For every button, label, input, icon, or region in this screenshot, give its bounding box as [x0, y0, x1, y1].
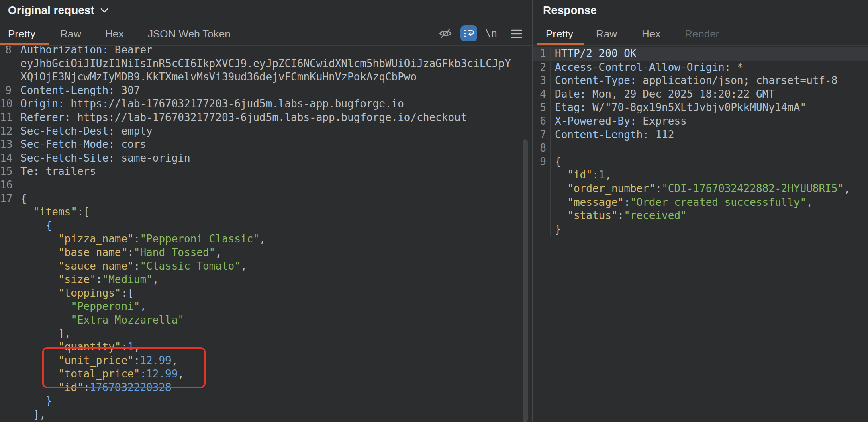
code-line: 9{: [533, 155, 868, 169]
code-line: 8: [533, 141, 868, 155]
code-line: "total_price":12.99,: [0, 367, 532, 381]
line-number: 5: [533, 101, 551, 115]
code-text: HTTP/2 200 OK: [551, 47, 637, 61]
code-line: "sauce_name":"Classic Tomato",: [0, 260, 532, 273]
code-line: }: [533, 223, 868, 236]
response-title-label: Response: [543, 4, 597, 17]
code-line: "size":"Medium",: [0, 273, 532, 287]
line-number: 2: [533, 61, 551, 74]
code-line: 17{: [0, 192, 532, 206]
line-number: [0, 300, 14, 313]
code-line: "base_name":"Hand Tossed",: [0, 246, 532, 260]
code-text: X-Powered-By: Express: [551, 115, 687, 128]
code-line: ],: [0, 327, 532, 340]
code-text: "Pepperoni",: [14, 300, 146, 313]
code-text: Referer: https://lab-1767032177203-6jud5…: [14, 111, 467, 125]
line-number: [0, 246, 14, 260]
code-text: "id":1,: [551, 168, 611, 182]
request-title-dropdown[interactable]: Original request: [8, 4, 109, 17]
menu-icon[interactable]: [511, 29, 522, 39]
code-line: 14Sec-Fetch-Site: same-origin: [0, 152, 532, 165]
line-number: 15: [0, 165, 14, 178]
line-number: 16: [0, 178, 14, 192]
code-line: "Pepperoni",: [0, 300, 532, 313]
code-line: 12Sec-Fetch-Dest: empty: [0, 125, 532, 138]
line-number: [0, 394, 14, 408]
code-text: "base_name":"Hand Tossed",: [14, 246, 222, 260]
code-text: "order_number":"CDI-1767032422882-2HYUU8…: [551, 182, 850, 196]
tab-pretty[interactable]: Pretty: [8, 28, 35, 40]
line-number: 6: [533, 115, 551, 128]
request-editor: 8Authorization: BearereyJhbGciOiJIUzI1Ni…: [0, 46, 532, 422]
tab-hex-response[interactable]: Hex: [642, 28, 660, 40]
line-number: [0, 287, 14, 300]
word-wrap-toggle-button[interactable]: [460, 25, 477, 41]
code-line: 1HTTP/2 200 OK: [533, 47, 868, 61]
code-line: 2Access-Control-Allow-Origin: *: [533, 61, 868, 74]
code-line: 4Date: Mon, 29 Dec 2025 18:20:22 GMT: [533, 88, 868, 101]
code-text: "sauce_name":"Classic Tomato",: [14, 260, 247, 273]
line-number: [0, 327, 14, 340]
request-scrollbar[interactable]: [523, 139, 528, 422]
code-line: 13Sec-Fetch-Mode: cors: [0, 138, 532, 152]
code-line: "items":[: [0, 205, 532, 219]
code-line: }: [0, 394, 532, 408]
code-line: ],: [0, 408, 532, 422]
code-text: Date: Mon, 29 Dec 2025 18:20:22 GMT: [551, 88, 775, 101]
newline-toggle[interactable]: \n: [485, 27, 497, 39]
line-number: [0, 205, 14, 219]
code-line: "status":"received": [533, 209, 868, 223]
code-line: "quantity":1,: [0, 340, 532, 354]
code-text: "unit_price":12.99,: [14, 354, 178, 368]
code-text: Content-Type: application/json; charset=…: [551, 74, 837, 88]
code-text: ],: [14, 327, 71, 340]
line-number: 4: [533, 88, 551, 101]
code-line: "toppings":[: [0, 287, 532, 300]
response-editor: 1HTTP/2 200 OK2Access-Control-Allow-Orig…: [533, 47, 868, 422]
code-line: 6X-Powered-By: Express: [533, 115, 868, 128]
eye-hidden-icon[interactable]: [438, 26, 453, 41]
line-number: [0, 354, 14, 368]
code-line: "pizza_name":"Pepperoni Classic",: [0, 232, 532, 246]
tab-json-web-token[interactable]: JSON Web Token: [148, 28, 231, 40]
line-number: [533, 168, 551, 182]
code-text: Etag: W/"70-8gx19n5XLtJvbjv0PkkMUNy14mA": [551, 101, 806, 115]
line-number: [533, 182, 551, 196]
line-number: [0, 273, 14, 287]
tab-raw-response[interactable]: Raw: [596, 28, 617, 40]
request-tabbar: Pretty Raw Hex JSON Web Token: [0, 22, 532, 45]
code-line: 15Te: trailers: [0, 165, 532, 178]
line-number: [533, 209, 551, 223]
tab-hex[interactable]: Hex: [105, 28, 124, 40]
tabbar-divider-response: [533, 45, 868, 46]
code-line: "Extra Mozzarella": [0, 313, 532, 327]
tab-raw[interactable]: Raw: [60, 28, 81, 40]
code-text: [14, 178, 20, 192]
code-text: Access-Control-Allow-Origin: *: [551, 61, 743, 74]
line-number: 8: [0, 46, 14, 57]
code-text: Sec-Fetch-Site: same-origin: [14, 152, 190, 165]
code-line: "message":"Order created successfully",: [533, 196, 868, 209]
line-number: 9: [0, 84, 14, 98]
line-number: [0, 260, 14, 273]
line-number: [0, 232, 14, 246]
code-text: Origin: https://lab-1767032177203-6jud5m…: [14, 97, 404, 111]
code-text: "id":1767032220328: [14, 381, 172, 395]
code-text: XQiOjE3NjcwMzIyMDB9.KkTXmelvMsVi39ud36de…: [14, 70, 417, 84]
code-line: 8Authorization: Bearer: [0, 46, 532, 57]
code-text: "total_price":12.99,: [14, 367, 184, 381]
line-number: 14: [0, 152, 14, 165]
line-number: 7: [533, 128, 551, 142]
line-number: [0, 367, 14, 381]
code-text: Authorization: Bearer: [14, 46, 153, 57]
code-line: 10Origin: https://lab-1767032177203-6jud…: [0, 97, 532, 111]
tab-pretty-response[interactable]: Pretty: [546, 28, 573, 40]
tab-render: Render: [685, 28, 719, 40]
line-number: 11: [0, 111, 14, 125]
code-line: {: [0, 219, 532, 233]
line-number: 8: [533, 141, 551, 155]
code-text: {: [551, 155, 561, 169]
line-number: [0, 219, 14, 233]
code-text: "Extra Mozzarella": [14, 313, 184, 327]
code-text: }: [551, 223, 561, 236]
